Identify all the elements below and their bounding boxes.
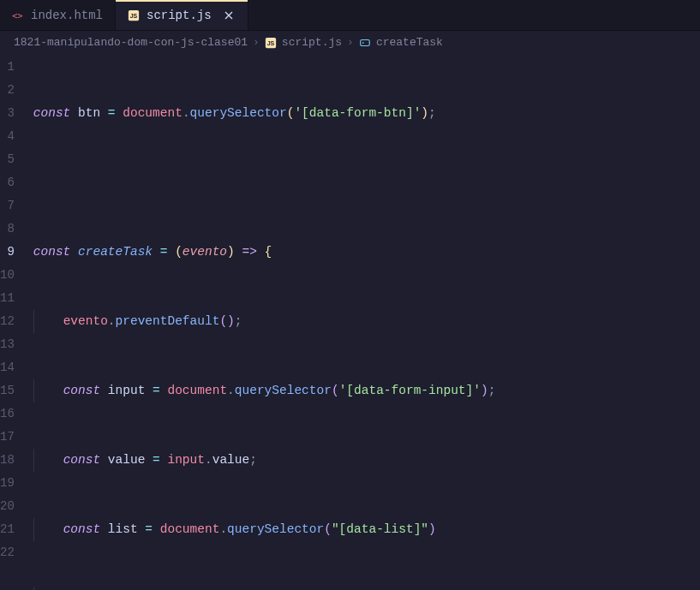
html-file-icon: <> xyxy=(12,9,24,21)
chevron-right-icon: › xyxy=(253,36,260,49)
tab-script-js[interactable]: JS script.js xyxy=(116,0,248,30)
svg-text:<>: <> xyxy=(12,9,23,20)
breadcrumb-folder[interactable]: 1821-manipulando-dom-con-js-clase01 xyxy=(14,36,248,49)
js-file-icon: JS xyxy=(128,9,140,21)
symbol-function-icon xyxy=(359,37,371,49)
tab-label: script.js xyxy=(147,9,212,22)
svg-rect-5 xyxy=(361,39,370,45)
svg-point-6 xyxy=(362,42,364,44)
close-icon[interactable] xyxy=(222,9,236,22)
breadcrumb-file[interactable]: script.js xyxy=(282,36,342,49)
chevron-right-icon: › xyxy=(347,36,354,49)
tab-index-html[interactable]: <> index.html xyxy=(0,0,116,30)
line-number-gutter: 1 2 3 4 5 6 7 8 9 10 11 12 13 14 15 16 1… xyxy=(0,54,28,590)
svg-text:JS: JS xyxy=(130,12,138,18)
breadcrumb-symbol[interactable]: createTask xyxy=(376,36,443,49)
js-file-icon: JS xyxy=(265,37,277,49)
breadcrumb[interactable]: 1821-manipulando-dom-con-js-clase01 › JS… xyxy=(0,31,700,54)
code-editor[interactable]: 1 2 3 4 5 6 7 8 9 10 11 12 13 14 15 16 1… xyxy=(0,54,700,590)
svg-text:JS: JS xyxy=(266,39,274,45)
tab-bar: <> index.html JS script.js xyxy=(0,0,700,31)
tab-label: index.html xyxy=(31,9,103,22)
code-content[interactable]: const btn = document.querySelector('[dat… xyxy=(28,54,700,590)
